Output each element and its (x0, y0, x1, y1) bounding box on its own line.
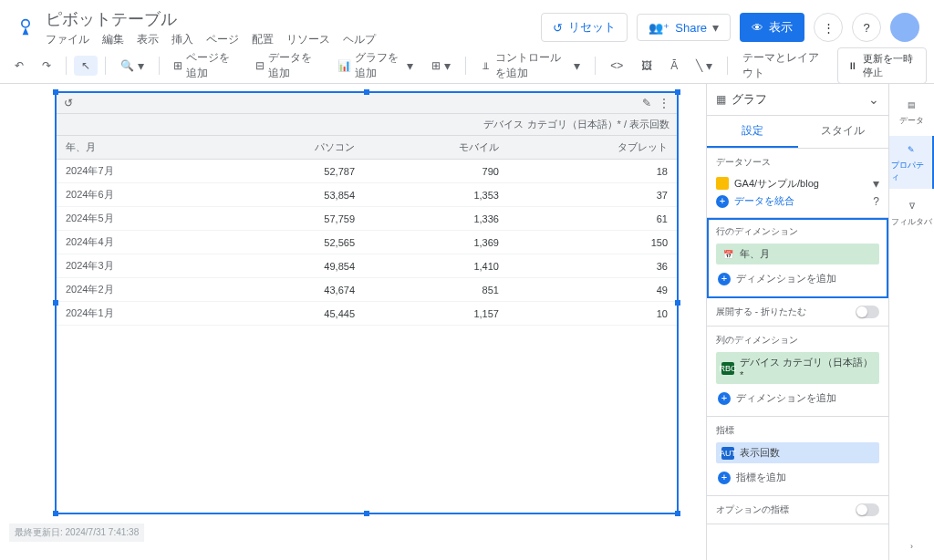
pause-label: 更新を一時停止 (863, 52, 917, 79)
add-page-label: ページを追加 (186, 50, 237, 81)
metric-chip[interactable]: AUT 表示回数 (716, 442, 879, 463)
plus-icon: + (718, 472, 731, 484)
cell: 18 (508, 160, 677, 183)
more-icon[interactable]: ⋮ (659, 97, 669, 109)
selected-pivot-chart[interactable]: ↺ ✎ ⋮ デバイス カテゴリ（日本語）* / 表示回数 年、月 パソコン モバ… (55, 91, 679, 514)
menu-view[interactable]: 表示 (137, 32, 159, 47)
cell: 790 (364, 160, 508, 183)
image-button[interactable]: 🖼 (634, 56, 659, 76)
crosstab-header: デバイス カテゴリ（日本語）* / 表示回数 (57, 114, 677, 136)
view-button[interactable]: 👁 表示 (740, 13, 804, 42)
cell: 53,854 (220, 183, 364, 207)
add-control-label: コントロールを追加 (495, 50, 571, 81)
pointer-tool[interactable]: ↖ (74, 56, 98, 76)
add-page-button[interactable]: ⊞ページを追加 (166, 47, 244, 85)
row-dim-chip[interactable]: 📅 年、月 (716, 244, 879, 264)
add-row-dimension[interactable]: + ディメンションを追加 (716, 268, 879, 289)
table-row: 2024年5月57,7591,33661 (57, 207, 677, 231)
col-header-0[interactable]: パソコン (220, 136, 364, 160)
more-vertical-icon: ⋮ (823, 21, 835, 35)
help-icon[interactable]: ? (873, 195, 879, 208)
share-icon: 👥⁺ (649, 21, 669, 35)
cell: 1,157 (364, 302, 508, 326)
calendar-icon: 📅 (721, 248, 734, 261)
right-rail: ▤ データ ✎ プロパティ ∇ フィルタバ › (888, 84, 934, 560)
col-dim-chip-label: デバイス カテゴリ（日本語）* (740, 356, 874, 380)
undo-icon[interactable]: ↺ (64, 97, 73, 109)
expand-section: 展開する - 折りたたむ (707, 298, 888, 327)
menu-help[interactable]: ヘルプ (343, 32, 376, 47)
help-button[interactable]: ? (852, 13, 881, 42)
share-label: Share (675, 21, 707, 35)
metric-section: 指標 AUT 表示回数 + 指標を追加 (707, 417, 888, 496)
menu-page[interactable]: ページ (206, 32, 239, 47)
document-title[interactable]: ピボットテーブル (46, 8, 541, 30)
chevron-down-icon[interactable]: ⌄ (868, 92, 879, 107)
col-header-1[interactable]: モバイル (364, 136, 508, 160)
optional-metric-section: オプションの指標 (707, 496, 888, 524)
rail-filter-label: フィルタバ (891, 216, 932, 228)
add-row-dim-label: ディメンションを追加 (736, 272, 836, 285)
rail-filter[interactable]: ∇ フィルタバ (889, 192, 934, 233)
eye-icon: 👁 (752, 21, 763, 35)
tab-settings[interactable]: 設定 (707, 116, 798, 148)
rail-data[interactable]: ▤ データ (889, 91, 934, 132)
table-row: 2024年2月43,67485149 (57, 278, 677, 302)
reset-button[interactable]: ↺ リセット (541, 13, 628, 42)
edit-icon[interactable]: ✎ (642, 97, 651, 109)
add-metric[interactable]: + 指標を追加 (716, 467, 879, 488)
rail-expand[interactable]: › (889, 533, 934, 560)
add-data-button[interactable]: ⊟データを追加 (248, 47, 327, 85)
cell: 52,787 (220, 160, 364, 183)
add-control-button[interactable]: ⫫コントロールを追加▾ (473, 47, 588, 85)
app-logo[interactable] (15, 16, 36, 38)
table-row: 2024年4月52,5651,369150 (57, 231, 677, 254)
menu-file[interactable]: ファイル (46, 32, 89, 47)
row-header[interactable]: 年、月 (57, 136, 220, 160)
row-label: 2024年3月 (57, 254, 220, 278)
plus-icon: + (718, 273, 731, 285)
zoom-tool[interactable]: 🔍▾ (113, 55, 151, 77)
cell: 45,445 (220, 302, 364, 326)
line-button[interactable]: ╲▾ (689, 55, 720, 77)
community-viz-button[interactable]: ⊞▾ (424, 55, 458, 77)
optional-metric-toggle[interactable] (856, 503, 879, 516)
share-button[interactable]: 👥⁺ Share ▾ (637, 14, 731, 41)
cell: 851 (364, 278, 508, 302)
redo-button[interactable]: ↷ (35, 56, 58, 76)
datasource-row[interactable]: GA4/サンプル/blog ▾ (716, 174, 879, 192)
tab-style[interactable]: スタイル (798, 116, 889, 148)
canvas[interactable]: ↺ ✎ ⋮ デバイス カテゴリ（日本語）* / 表示回数 年、月 パソコン モバ… (0, 84, 706, 560)
plus-icon[interactable]: + (716, 195, 729, 208)
col-header-2[interactable]: タブレット (508, 136, 677, 160)
add-metric-label: 指標を追加 (736, 471, 786, 484)
col-dim-chip[interactable]: RBC デバイス カテゴリ（日本語）* (716, 352, 879, 384)
toolbar: ↶ ↷ ↖ 🔍▾ ⊞ページを追加 ⊟データを追加 📊グラフを追加▾ ⊞▾ ⫫コン… (0, 47, 934, 84)
text-button[interactable]: Ā (663, 56, 685, 76)
expand-toggle[interactable] (856, 306, 879, 318)
row-label: 2024年5月 (57, 207, 220, 231)
datasource-label: データソース (716, 156, 879, 169)
cell: 150 (508, 231, 677, 254)
more-options-button[interactable]: ⋮ (814, 13, 843, 42)
chevron-down-icon: ▾ (873, 176, 879, 191)
chart-type-icon[interactable]: ▦ (716, 93, 726, 106)
cell: 1,353 (364, 183, 508, 207)
blend-data-link[interactable]: データを統合 (734, 194, 794, 208)
add-chart-button[interactable]: 📊グラフを追加▾ (330, 47, 420, 85)
embed-button[interactable]: <> (603, 56, 630, 76)
add-col-dim-label: ディメンションを追加 (736, 391, 836, 405)
rail-property[interactable]: ✎ プロパティ (889, 136, 934, 189)
cell: 61 (508, 207, 677, 231)
menu-insert[interactable]: 挿入 (171, 32, 193, 47)
undo-button[interactable]: ↶ (7, 56, 31, 76)
control-icon: ⫫ (481, 59, 492, 72)
menu-edit[interactable]: 編集 (102, 32, 124, 47)
theme-button[interactable]: テーマとレイアウト (735, 47, 830, 85)
user-avatar[interactable] (890, 13, 919, 42)
pivot-table: 年、月 パソコン モバイル タブレット 2024年7月52,7877901820… (57, 136, 677, 326)
menu-resource[interactable]: リソース (286, 32, 330, 47)
menu-arrange[interactable]: 配置 (252, 32, 274, 47)
add-col-dimension[interactable]: + ディメンションを追加 (716, 388, 879, 409)
pause-update-button[interactable]: ⏸更新を一時停止 (837, 47, 927, 84)
